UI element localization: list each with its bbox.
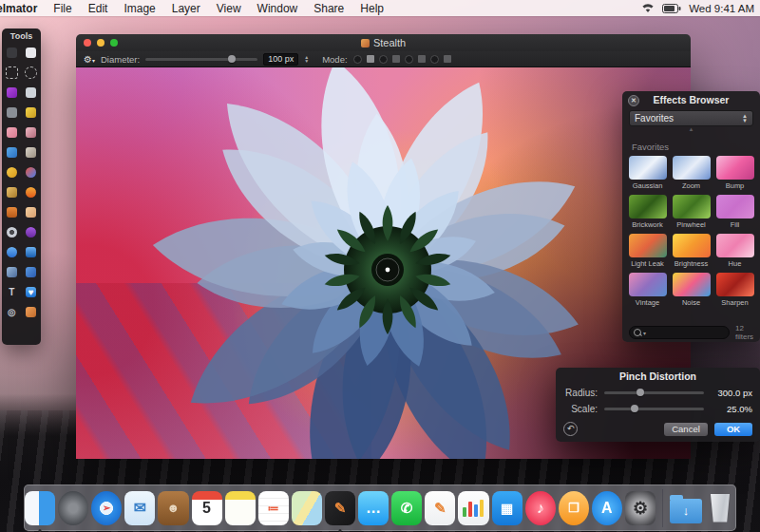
safari-dock-icon[interactable]: ➢ — [91, 491, 122, 525]
downloads-folder-dock-icon[interactable]: ↓ — [670, 491, 702, 525]
flame-tool-icon[interactable] — [24, 185, 38, 200]
mail-dock-icon[interactable]: ✉ — [124, 491, 155, 525]
contacts-dock-icon[interactable]: ☻ — [158, 491, 188, 525]
gear-icon[interactable]: ⚙▾ — [84, 54, 95, 65]
minimize-window-button[interactable] — [97, 39, 104, 47]
eraser-tool-icon[interactable] — [5, 125, 19, 140]
effect-thumbnail[interactable] — [673, 156, 711, 180]
rectangle-shape-tool-icon[interactable] — [5, 145, 19, 160]
mode-replace-icon[interactable] — [367, 55, 374, 63]
document-proxy-icon[interactable] — [361, 39, 370, 48]
effect-thumbnail[interactable] — [673, 195, 711, 218]
effect-thumbnail[interactable] — [716, 273, 754, 296]
lasso-tool-icon[interactable] — [24, 86, 38, 100]
pencil-tool-icon[interactable] — [24, 105, 38, 120]
effect-noise[interactable]: Noise — [672, 273, 711, 307]
menu-item-window[interactable]: Window — [257, 2, 298, 15]
keynote-dock-icon[interactable]: ▦ — [492, 491, 522, 525]
paint-tube-tool-icon[interactable] — [24, 145, 38, 160]
diameter-value-field[interactable]: 100 px — [263, 53, 298, 66]
menubar-clock[interactable]: Wed 9:41 AM — [689, 3, 754, 14]
maps-dock-icon[interactable] — [292, 491, 322, 525]
effect-bump[interactable]: Bump — [715, 156, 754, 190]
effects-search-input[interactable]: ▾ — [629, 326, 730, 339]
numbers-dock-icon[interactable] — [458, 491, 488, 525]
zoom-window-button[interactable] — [110, 39, 118, 47]
mode-subtract-radio[interactable] — [405, 55, 413, 64]
effects-category-select[interactable]: Favorites ▲▼ — [629, 110, 753, 126]
bandage-tool-icon[interactable] — [24, 205, 38, 219]
mode-intersect-radio[interactable] — [430, 55, 439, 64]
reminders-dock-icon[interactable]: ≔ — [258, 491, 289, 525]
sweep-tool-icon[interactable] — [5, 185, 19, 200]
cancel-button[interactable]: Cancel — [664, 423, 708, 436]
sharpen-tool-icon[interactable] — [24, 245, 38, 259]
scale-value[interactable]: 25.0% — [711, 404, 752, 414]
ok-button[interactable]: OK — [714, 423, 752, 436]
effect-brightness[interactable]: Brightness — [672, 234, 711, 268]
effect-thumbnail[interactable] — [716, 195, 754, 218]
blue-pen-tool-icon[interactable] — [24, 265, 38, 279]
effect-thumbnail[interactable] — [629, 195, 667, 218]
reset-icon[interactable]: ↶ — [563, 422, 578, 436]
appstore-dock-icon[interactable]: A — [592, 491, 622, 525]
effect-light-leak[interactable]: Light Leak — [628, 234, 667, 268]
diameter-slider-knob[interactable] — [228, 55, 236, 63]
close-window-button[interactable] — [84, 39, 91, 47]
crop-tool-icon[interactable] — [5, 105, 19, 120]
finder-dock-icon[interactable] — [25, 491, 55, 525]
shapes-tool-icon[interactable]: ♥ — [24, 285, 38, 299]
app-menu-pixelmator[interactable]: Pixelmator — [0, 2, 37, 15]
effect-thumbnail[interactable] — [716, 156, 754, 180]
effect-sharpen[interactable]: Sharpen — [715, 273, 754, 307]
smudge-tool-icon[interactable] — [24, 225, 38, 239]
mode-subtract-icon[interactable] — [418, 55, 426, 63]
wifi-icon[interactable] — [641, 3, 655, 13]
color-pencil-tool-icon[interactable] — [24, 305, 38, 319]
type-tool-icon[interactable]: T — [5, 285, 19, 299]
menu-item-edit[interactable]: Edit — [88, 2, 108, 15]
pen-tool-icon[interactable] — [5, 265, 19, 279]
ibooks-dock-icon[interactable]: ❒ — [559, 491, 589, 525]
rect-select-tool-icon[interactable] — [5, 66, 19, 80]
move-tool-icon[interactable] — [5, 46, 19, 60]
eye-tool-icon[interactable] — [5, 225, 19, 239]
marker-tool-icon[interactable] — [5, 86, 19, 100]
radius-slider[interactable] — [604, 391, 704, 394]
system-preferences-dock-icon[interactable]: ⚙ — [625, 491, 656, 525]
mode-add-icon[interactable] — [392, 55, 400, 63]
mode-add-radio[interactable] — [379, 55, 388, 64]
blur-drop-tool-icon[interactable] — [5, 245, 19, 259]
close-icon[interactable]: ✕ — [628, 95, 639, 106]
effect-vintage[interactable]: Vintage — [628, 273, 667, 307]
effect-thumbnail[interactable] — [673, 273, 711, 296]
stamp-tool-icon[interactable] — [5, 205, 19, 219]
ellipse-select-tool-icon[interactable] — [24, 66, 38, 80]
window-titlebar[interactable]: Stealth — [76, 34, 691, 51]
arrow-tool-icon[interactable] — [24, 46, 38, 60]
effect-thumbnail[interactable] — [629, 273, 667, 296]
effect-zoom[interactable]: Zoom — [672, 156, 711, 190]
line-tool-icon[interactable] — [24, 125, 38, 140]
effect-hue[interactable]: Hue — [715, 234, 754, 268]
effect-thumbnail[interactable] — [629, 234, 667, 257]
mode-intersect-icon[interactable] — [444, 55, 451, 63]
battery-icon[interactable] — [662, 4, 681, 13]
menu-item-view[interactable]: View — [217, 2, 241, 15]
diameter-stepper[interactable]: ▲▼ — [304, 55, 309, 63]
pixelmator-dock-icon[interactable]: ✎ — [325, 491, 355, 525]
palette-tool-icon[interactable] — [24, 165, 38, 180]
radius-slider-knob[interactable] — [636, 389, 644, 396]
pages-dock-icon[interactable]: ✎ — [425, 491, 455, 525]
trash-dock-icon[interactable] — [705, 491, 735, 525]
effect-thumbnail[interactable] — [629, 156, 667, 180]
effect-thumbnail[interactable] — [716, 234, 754, 257]
menu-item-file[interactable]: File — [53, 2, 71, 15]
pinch-center-handle[interactable] — [376, 258, 399, 281]
effect-pinwheel[interactable]: Pinwheel — [672, 195, 711, 229]
effect-brickwork[interactable]: Brickwork — [628, 195, 667, 229]
itunes-dock-icon[interactable]: ♪ — [525, 491, 556, 525]
scale-slider[interactable] — [604, 408, 704, 410]
mode-replace-radio[interactable] — [353, 55, 362, 64]
messages-dock-icon[interactable]: … — [358, 491, 389, 525]
